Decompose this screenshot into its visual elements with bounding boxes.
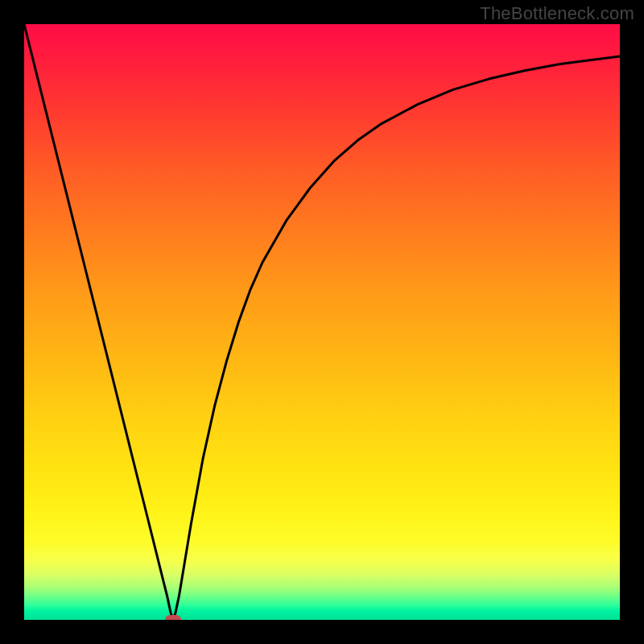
optimal-point-marker bbox=[165, 615, 181, 620]
watermark-text: TheBottleneck.com bbox=[480, 3, 634, 24]
chart-frame: TheBottleneck.com bbox=[0, 0, 644, 644]
plot-area bbox=[24, 24, 620, 620]
bottleneck-curve bbox=[24, 24, 620, 620]
